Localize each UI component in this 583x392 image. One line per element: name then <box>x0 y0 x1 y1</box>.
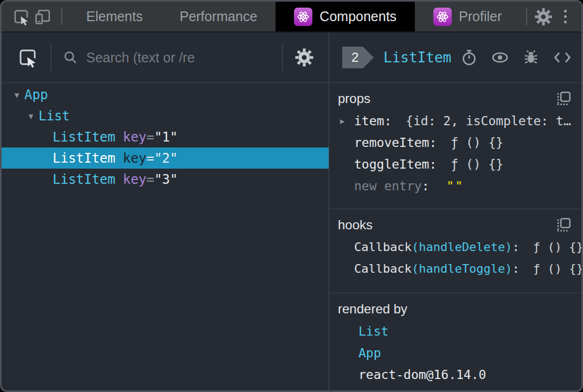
inspect-element-icon[interactable] <box>10 6 32 28</box>
select-element-icon[interactable] <box>17 47 39 68</box>
hook-value: ƒ () {} <box>533 262 581 275</box>
component-tree: ▾ App ▾ List ListItem key="1" ListItem k… <box>2 83 329 390</box>
hook-row-handledelete[interactable]: Callback(handleDelete): ƒ () {} <box>338 236 573 258</box>
tree-row-listitem-2-selected[interactable]: ListItem key="2" <box>2 147 329 169</box>
prop-name: toggleItem <box>354 157 429 171</box>
props-section: props ▸ <box>329 83 581 209</box>
key-attribute-name: key <box>123 172 146 187</box>
tree-row-listitem-3[interactable]: ListItem key="3" <box>2 169 329 190</box>
component-name: App <box>24 87 48 102</box>
tabbar-divider <box>526 9 527 25</box>
props-section-title: props <box>338 91 370 106</box>
inspect-dom-eye-icon[interactable] <box>491 49 509 66</box>
devtools-window: Elements Performance Components <box>0 0 583 392</box>
tab-profiler[interactable]: Profiler <box>415 2 520 31</box>
tree-row-listitem-1[interactable]: ListItem key="1" <box>2 126 329 147</box>
tab-label: Components <box>319 9 396 24</box>
details-toolbar <box>460 49 572 66</box>
prop-row-toggleitem[interactable]: toggleItem: ƒ () {} <box>338 153 573 175</box>
hook-type: Callback <box>354 240 412 254</box>
key-attribute-value: "3" <box>154 172 177 187</box>
tabbar-divider <box>61 9 62 25</box>
hook-value: ƒ () {} <box>533 240 581 254</box>
hooks-section: hooks Callb <box>329 209 581 293</box>
settings-gear-icon[interactable] <box>533 6 554 28</box>
prop-row-removeitem[interactable]: removeItem: ƒ () {} <box>338 132 573 153</box>
selected-component-name: ListItem <box>383 49 451 66</box>
copy-hooks-icon[interactable] <box>555 217 572 233</box>
more-options-icon[interactable] <box>554 6 576 28</box>
search-icon <box>62 49 79 66</box>
equals-sign: = <box>146 130 154 145</box>
tree-panel-header <box>2 33 329 83</box>
key-attribute-name: key <box>123 130 146 145</box>
suspend-stopwatch-icon[interactable] <box>460 49 478 66</box>
tree-row-list[interactable]: ▾ List <box>2 105 329 126</box>
header-divider <box>282 44 283 71</box>
colon: : <box>422 179 430 193</box>
view-settings-gear-icon[interactable] <box>294 47 315 68</box>
components-tree-panel: ▾ App ▾ List ListItem key="1" ListItem k… <box>2 33 329 390</box>
key-attribute-name: key <box>123 151 146 166</box>
rendered-by-title: rendered by <box>338 301 407 317</box>
equals-sign: = <box>146 151 154 166</box>
caret-right-icon[interactable]: ▸ <box>340 110 345 132</box>
colon: : <box>429 157 437 171</box>
prop-value: ƒ () {} <box>451 136 503 150</box>
component-name: ListItem <box>53 130 116 145</box>
tab-components[interactable]: Components <box>276 2 415 31</box>
log-to-console-bug-icon[interactable] <box>522 49 540 66</box>
hooks-section-title: hooks <box>338 217 373 233</box>
owners-stack-badge[interactable]: 2 <box>342 47 374 68</box>
colon: : <box>429 136 437 150</box>
prop-row-item[interactable]: ▸ item: {id: 2, isComplete: t… <box>338 110 573 132</box>
hook-fn-name: (handleDelete) <box>412 240 512 254</box>
key-attribute-value: "1" <box>154 130 177 145</box>
tab-label: Profiler <box>459 9 502 24</box>
colon: : <box>384 114 392 128</box>
colon: : <box>512 262 519 275</box>
component-name: ListItem <box>53 172 116 187</box>
rendered-by-section: rendered by List App react-dom@16.14.0 <box>329 293 581 390</box>
device-toolbar-icon[interactable] <box>32 6 54 28</box>
prop-value: {id: 2, isComplete: t… <box>406 114 571 128</box>
copy-props-icon[interactable] <box>555 91 572 107</box>
prop-row-new-entry[interactable]: new entry: "" <box>338 175 573 197</box>
new-entry-name[interactable]: new entry <box>354 179 422 193</box>
tab-elements[interactable]: Elements <box>68 2 161 31</box>
renderer-version: react-dom@16.14.0 <box>358 368 486 382</box>
component-name: ListItem <box>53 151 116 166</box>
hook-fn-name: (handleToggle) <box>412 262 512 275</box>
caret-down-icon[interactable]: ▾ <box>23 111 39 121</box>
hook-row-handletoggle[interactable]: Callback(handleToggle): ƒ () {} <box>338 258 573 280</box>
tree-row-app[interactable]: ▾ App <box>2 84 329 105</box>
component-details-panel: 2 ListItem <box>329 33 581 390</box>
prop-name: item <box>354 114 384 128</box>
tab-performance[interactable]: Performance <box>161 2 276 31</box>
main-area: ▾ App ▾ List ListItem key="1" ListItem k… <box>2 33 581 390</box>
prop-name: removeItem <box>354 136 429 150</box>
caret-down-icon[interactable]: ▾ <box>9 89 24 100</box>
prop-value: ƒ () {} <box>451 157 503 171</box>
equals-sign: = <box>146 172 154 187</box>
search-input[interactable] <box>86 50 278 66</box>
rendered-by-list[interactable]: List <box>338 320 573 342</box>
view-source-code-icon[interactable] <box>553 49 572 66</box>
rendered-by-react-dom: react-dom@16.14.0 <box>338 364 573 385</box>
key-attribute-value: "2" <box>154 151 177 166</box>
tab-label: Performance <box>180 9 257 24</box>
hook-type: Callback <box>354 262 412 275</box>
rendered-by-app[interactable]: App <box>338 342 573 364</box>
devtools-tabbar: Elements Performance Components <box>2 2 581 33</box>
details-panel-header: 2 ListItem <box>329 33 581 83</box>
tab-label: Elements <box>86 9 143 24</box>
owner-link[interactable]: List <box>358 324 388 338</box>
react-logo-icon <box>433 8 452 26</box>
owner-link[interactable]: App <box>358 346 381 360</box>
react-logo-icon <box>294 8 312 26</box>
new-entry-value[interactable]: "" <box>446 179 464 193</box>
header-divider <box>50 44 52 71</box>
colon: : <box>512 240 519 254</box>
component-name: List <box>39 108 70 124</box>
